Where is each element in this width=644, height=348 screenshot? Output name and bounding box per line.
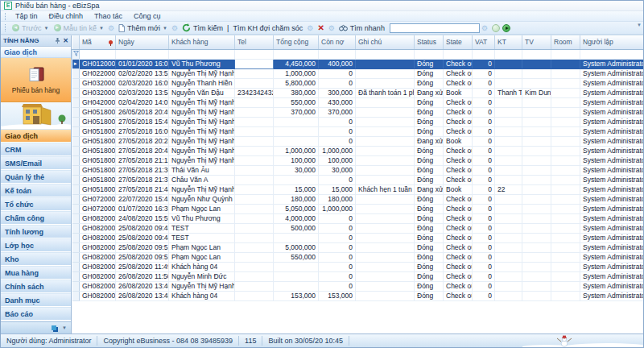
table-cell[interactable] [551,262,580,271]
table-cell[interactable]: 26/08/2020 13:46 [116,281,169,291]
table-cell[interactable]: Đóng [415,97,444,107]
table-cell[interactable] [522,165,551,175]
table-cell[interactable] [356,252,415,262]
table-cell[interactable]: Kim Dung [522,88,551,97]
table-cell[interactable]: Check out [444,213,473,223]
row-indicator[interactable] [72,68,80,78]
sidebar-featured-phieu-ban-hang[interactable]: Phiếu bán hàng [1,58,71,102]
table-cell[interactable]: 0 [473,146,495,155]
table-cell[interactable]: 02/02/2020 13:52 [116,68,169,78]
table-cell[interactable]: System Administrator [580,291,644,300]
table-cell[interactable]: TEST [169,223,235,233]
table-cell[interactable]: Đóng [415,107,444,117]
table-cell[interactable]: Đóng [415,126,444,136]
table-cell[interactable]: Nguyễn Thanh Hiền [169,78,235,88]
table-cell[interactable]: Book [444,136,473,146]
table-cell[interactable]: Đóng [415,291,444,300]
sidebar-item-to-chuc[interactable]: Tổ chức [1,197,71,211]
filter-funnel-icon[interactable] [72,49,80,59]
row-indicator[interactable] [72,165,80,175]
table-cell[interactable]: Phạm Ngọc Lan [169,242,235,252]
column-header-c-n-n-[interactable]: Còn nợ [319,35,356,49]
table-cell[interactable]: Nguyễn Thị Mỹ Hạnh [169,136,235,146]
table-cell[interactable]: 27/05/2018 21:36 [116,165,169,175]
table-cell[interactable]: 27/05/2018 20:28 [116,136,169,146]
table-cell[interactable] [495,117,522,126]
table-cell[interactable] [551,146,580,155]
table-cell[interactable] [551,233,580,242]
table-cell[interactable] [522,78,551,88]
table-cell[interactable]: 100,000 [319,155,356,165]
table-cell[interactable]: System Administrator [580,281,644,291]
row-indicator[interactable] [72,194,80,204]
table-cell[interactable]: 100,000 [274,155,319,165]
table-cell[interactable]: 02/03/2020 16:09 [116,78,169,88]
table-cell[interactable] [522,146,551,155]
table-cell[interactable]: 1,000,000 [274,68,319,78]
table-cell[interactable]: Phạm Ngọc Lan [169,252,235,262]
table-cell[interactable] [551,204,580,213]
chevron-down-icon[interactable]: ▼ [62,325,67,330]
filter-cell[interactable] [551,49,580,59]
table-cell[interactable] [356,271,415,281]
row-indicator[interactable] [72,184,80,194]
table-cell[interactable] [522,175,551,184]
table-cell[interactable]: 0 [319,271,356,281]
filter-cell[interactable] [495,49,522,59]
table-cell[interactable]: System Administrator [580,107,644,117]
table-cell[interactable]: Check out [444,126,473,136]
table-cell[interactable]: 500,000 [274,223,319,233]
table-cell[interactable] [551,194,580,204]
search-customer-care-button[interactable]: Tìm KH đợi chăm sóc [230,23,305,34]
table-cell[interactable] [235,59,274,68]
table-cell[interactable]: System Administrator [580,271,644,281]
table-row[interactable]: GH0518000126/05/2018 20:49Nguyễn Thị Mỹ … [72,107,644,117]
row-indicator[interactable] [72,233,80,242]
table-cell[interactable] [522,242,551,252]
table-cell[interactable] [356,126,415,136]
table-cell[interactable]: TEST [169,233,235,242]
table-cell[interactable]: System Administrator [580,194,644,204]
table-cell[interactable]: 0 [473,78,495,88]
table-cell[interactable] [235,136,274,146]
table-cell[interactable]: Phạm Ngọc Lan [169,204,235,213]
sidebar-item-tinh-luong[interactable]: Tính lương [1,225,71,238]
table-cell[interactable]: GH05180010 [80,184,116,194]
table-row[interactable]: GH0820000225/08/2020 09:43TEST500,0000Đó… [72,223,644,233]
search-go-button[interactable] [502,24,510,32]
table-cell[interactable]: 550,000 [274,97,319,107]
filter-cell[interactable] [415,49,444,59]
row-indicator[interactable] [72,252,80,262]
table-cell[interactable] [495,204,522,213]
table-cell[interactable]: 0 [473,126,495,136]
table-cell[interactable]: 02/03/2020 13:54 [116,88,169,97]
table-cell[interactable] [495,175,522,184]
table-cell[interactable]: GH08200004 [80,242,116,252]
table-cell[interactable]: System Administrator [580,155,644,165]
table-cell[interactable] [356,242,415,252]
table-cell[interactable]: 153,000 [319,291,356,300]
table-cell[interactable] [522,184,551,194]
table-cell[interactable]: 0 [473,194,495,204]
table-cell[interactable]: Thái Văn Âu [169,165,235,175]
sidebar-item-bao-cao[interactable]: Báo cáo [1,307,71,321]
table-cell[interactable]: Nguyễn Thị Mỹ Hạnh [169,97,235,107]
row-indicator[interactable] [72,271,80,281]
table-cell[interactable]: 5,050,000 [274,204,319,213]
table-cell[interactable]: Check out [444,242,473,252]
table-cell[interactable]: Check out [444,68,473,78]
row-indicator[interactable] [72,223,80,233]
table-cell[interactable]: 153,000 [274,291,319,300]
table-cell[interactable] [551,88,580,97]
table-cell[interactable]: GH08200008 [80,281,116,291]
table-cell[interactable] [551,136,580,146]
table-cell[interactable] [235,117,274,126]
table-cell[interactable]: 01/01/2020 16:07 [116,59,169,68]
table-cell[interactable] [235,242,274,252]
table-cell[interactable]: 27/05/2018 16:00 [116,126,169,136]
sidebar-item-kho[interactable]: Kho [1,252,71,266]
column-header-ng-i-l-p[interactable]: Người lập [580,35,644,49]
table-row[interactable]: GH0518000327/05/2018 16:00Nguyễn Thị Mỹ … [72,126,644,136]
table-cell[interactable]: 370,000 [274,107,319,117]
table-cell[interactable]: System Administrator [580,204,644,213]
